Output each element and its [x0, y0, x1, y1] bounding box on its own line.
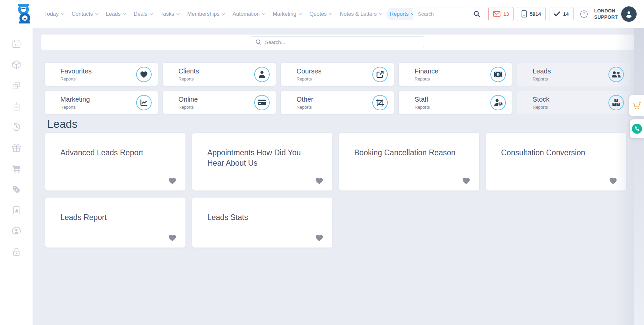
section-title: Leads — [47, 118, 77, 130]
messages-count: 13 — [503, 11, 509, 17]
header-search — [413, 7, 485, 21]
favourite-heart-icon[interactable] — [315, 234, 323, 241]
nav-item-label: Automation — [232, 11, 260, 17]
basket-tab[interactable] — [629, 95, 644, 116]
nav-item-contacts[interactable]: Contacts — [68, 8, 102, 20]
search-icon — [256, 39, 261, 45]
messages-badge[interactable]: 13 — [488, 7, 514, 21]
sidebar-item-price-tag[interactable]: $ — [12, 184, 21, 195]
sidebar-item-clone[interactable] — [12, 80, 21, 91]
nav-item-label: Deals — [133, 11, 147, 17]
nav-item-today[interactable]: Today — [41, 8, 68, 20]
report-card-consultation-conversion[interactable]: Consultation Conversion — [486, 133, 626, 191]
main-content: FavouritesReportsClientsReportsCoursesRe… — [33, 28, 644, 325]
reports-search-panel — [41, 35, 634, 50]
nav-item-label: Quotes — [309, 11, 327, 17]
app-logo[interactable] — [15, 4, 34, 24]
mobile-phone-icon — [522, 10, 527, 17]
sidebar-item-package[interactable] — [11, 60, 21, 70]
category-tile-other[interactable]: OtherReports — [281, 91, 394, 114]
category-tile-marketing[interactable]: MarketingReports — [45, 91, 158, 114]
chevron-down-icon — [329, 13, 332, 15]
category-tile-courses[interactable]: CoursesReports — [281, 63, 394, 86]
help-button[interactable]: ? — [577, 7, 591, 21]
nav-item-marketing[interactable]: Marketing — [269, 8, 305, 20]
sidebar-item-calendar-12[interactable]: 12 — [11, 39, 21, 49]
nav-item-tasks[interactable]: Tasks — [157, 8, 183, 20]
favourite-heart-icon[interactable] — [609, 177, 617, 184]
report-card-title: Consultation Conversion — [501, 148, 611, 158]
user-tie-icon — [254, 67, 270, 82]
credit-card-icon — [254, 95, 270, 110]
chevron-down-icon — [61, 13, 64, 15]
sidebar-item-cart[interactable] — [11, 164, 21, 174]
favourite-heart-icon[interactable] — [168, 177, 176, 184]
report-card-list: Advanced Leads ReportAppointments How Di… — [45, 133, 632, 248]
nav-item-quotes[interactable]: Quotes — [306, 8, 336, 20]
user-name: LONDON SUPPORT — [594, 8, 618, 20]
category-tile-leads[interactable]: LeadsReports — [517, 63, 630, 86]
svg-text:?: ? — [583, 12, 585, 16]
search-icon — [474, 11, 480, 17]
envelope-icon — [493, 11, 500, 17]
nav-item-memberships[interactable]: Memberships — [184, 8, 228, 20]
svg-text:12: 12 — [14, 43, 18, 47]
tasks-badge[interactable]: 14 — [549, 7, 574, 21]
nav-item-automation[interactable]: Automation — [229, 8, 269, 20]
sidebar-item-gift[interactable] — [11, 143, 21, 153]
header-search-input[interactable] — [413, 11, 469, 17]
report-card-title: Booking Cancellation Reason — [354, 148, 464, 158]
person-icon — [625, 10, 633, 18]
report-card-title: Appointments How Did You Hear About Us — [207, 148, 317, 168]
favourite-heart-icon[interactable] — [168, 234, 176, 241]
sidebar-item-bag-receive[interactable] — [11, 101, 21, 111]
sidebar: 12$ — [0, 28, 33, 325]
category-tile-stock[interactable]: StockReports — [517, 91, 630, 114]
shopping-cart-icon — [632, 102, 641, 110]
nav-item-leads[interactable]: Leads — [103, 8, 130, 20]
category-tile-finance[interactable]: FinanceReports1 — [399, 63, 512, 86]
nav-item-notes-letters[interactable]: Notes & Letters — [336, 8, 386, 20]
calendar-12-icon: 12 — [11, 39, 21, 49]
nav-item-deals[interactable]: Deals — [130, 8, 156, 20]
bag-receive-icon — [11, 101, 21, 111]
phone-badge[interactable]: 5914 — [517, 7, 545, 21]
favourite-heart-icon[interactable] — [462, 177, 470, 184]
search-button[interactable] — [469, 7, 485, 21]
chart-line-icon — [136, 95, 152, 110]
price-tag-icon: $ — [12, 185, 21, 194]
reports-search-input[interactable] — [264, 39, 419, 45]
category-tile-staff[interactable]: StaffReports — [399, 91, 512, 114]
help-circle-icon: ? — [580, 10, 588, 18]
category-tile-online[interactable]: OnlineReports — [163, 91, 276, 114]
nav-item-label: Marketing — [273, 11, 296, 17]
sidebar-item-history[interactable] — [11, 122, 21, 132]
external-link-icon — [372, 67, 388, 82]
avatar[interactable] — [621, 6, 637, 22]
chevron-down-icon — [222, 13, 225, 15]
report-card-advanced-leads-report[interactable]: Advanced Leads Report — [45, 133, 185, 191]
phone-count: 5914 — [530, 11, 541, 17]
users-icon — [608, 67, 624, 82]
support-chat-tab[interactable] — [630, 119, 644, 138]
favourite-heart-icon[interactable] — [315, 177, 323, 184]
gift-icon — [11, 143, 21, 153]
category-tile-favourites[interactable]: FavouritesReports — [45, 63, 158, 86]
header-actions: 13 5914 14 ? LONDON SUPPORT — [413, 0, 637, 28]
nav-item-label: Reports — [390, 11, 409, 17]
sidebar-item-report-doc[interactable] — [12, 205, 21, 215]
report-card-appointments-how-did-you-hear-about-us[interactable]: Appointments How Did You Hear About Us — [192, 133, 332, 191]
chevron-down-icon — [150, 13, 153, 15]
report-card-leads-report[interactable]: Leads Report — [45, 198, 185, 248]
lock-icon — [12, 247, 21, 257]
sidebar-item-lock[interactable] — [12, 247, 21, 257]
sidebar-item-support[interactable] — [11, 226, 21, 236]
report-card-booking-cancellation-reason[interactable]: Booking Cancellation Reason — [339, 133, 479, 191]
report-card-title: Advanced Leads Report — [60, 148, 170, 158]
chevron-down-icon — [95, 13, 99, 15]
phone-icon — [632, 124, 642, 134]
category-tile-clients[interactable]: ClientsReports — [163, 63, 276, 86]
svg-text:1: 1 — [497, 73, 499, 76]
report-card-leads-stats[interactable]: Leads Stats — [192, 198, 332, 248]
user-clock-icon — [490, 95, 506, 110]
